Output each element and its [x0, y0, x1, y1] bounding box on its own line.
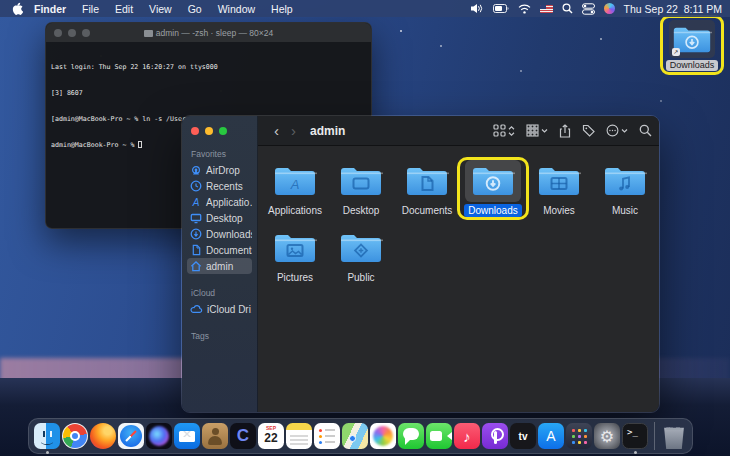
menu-view[interactable]: View — [141, 3, 180, 15]
folder-public[interactable]: Public — [328, 227, 394, 284]
dock-music-icon[interactable]: ♪ — [454, 423, 480, 449]
sidebar-item-desktop[interactable]: Desktop — [187, 210, 252, 226]
zoom-icon[interactable] — [219, 127, 227, 135]
dock-finder-icon[interactable] — [34, 423, 60, 449]
minimize-icon[interactable] — [205, 127, 213, 135]
terminal-title-bar[interactable]: admin — -zsh · sleep — 80×24 — [46, 23, 371, 42]
desktop-downloads-alias-highlight: ↗ Downloads — [660, 15, 724, 75]
cloud-icon — [190, 303, 203, 315]
alias-arrow-badge-icon: ↗ — [672, 48, 680, 56]
app-menus: Finder File Edit View Go Window Help — [26, 3, 301, 15]
sidebar-item-airdrop[interactable]: AirDrop — [187, 162, 252, 178]
dock-c-app-icon[interactable]: C — [230, 423, 256, 449]
folder-label: Public — [343, 271, 378, 284]
menu-bar-clock[interactable]: Thu Sep 22 8:11 PM — [624, 3, 722, 15]
applications-icon: A — [190, 196, 202, 208]
dock-maps-icon[interactable] — [342, 423, 368, 449]
downloads-folder-icon — [471, 164, 515, 198]
battery-icon[interactable] — [493, 4, 509, 13]
view-switcher-icon[interactable] — [493, 124, 515, 137]
music-note-glyph: ♪ — [454, 423, 480, 449]
dock-trash-icon[interactable] — [661, 423, 687, 449]
sidebar-item-recents[interactable]: Recents — [187, 178, 252, 194]
dock-safari-icon[interactable] — [118, 423, 144, 449]
home-icon — [190, 260, 202, 272]
sidebar-item-admin[interactable]: admin — [187, 258, 252, 274]
more-actions-icon[interactable] — [606, 124, 628, 137]
dock-appstore-icon[interactable]: A — [538, 423, 564, 449]
menu-go[interactable]: Go — [180, 3, 210, 15]
desktop-downloads-alias[interactable]: ↗ — [669, 20, 715, 58]
dock-podcasts-icon[interactable] — [482, 423, 508, 449]
wifi-icon[interactable] — [518, 4, 531, 14]
wallpaper-stars — [400, 30, 402, 32]
dock-firefox-icon[interactable] — [90, 423, 116, 449]
close-icon[interactable] — [191, 127, 199, 135]
dock-facetime-icon[interactable] — [426, 423, 452, 449]
folder-desktop[interactable]: Desktop — [328, 160, 394, 217]
back-icon[interactable]: ‹ — [268, 123, 285, 138]
dock-messages-icon[interactable] — [398, 423, 424, 449]
sidebar-item-documents[interactable]: Documents — [187, 242, 252, 258]
folder-downloads[interactable]: Downloads — [460, 160, 526, 217]
tag-icon[interactable] — [582, 124, 595, 137]
documents-folder-icon — [405, 164, 449, 198]
sidebar-item-downloads[interactable]: Downloads — [187, 226, 252, 242]
folder-pictures[interactable]: Pictures — [262, 227, 328, 284]
finder-toolbar: ‹ › admin — [258, 116, 660, 146]
dock-terminal-icon[interactable]: >_ — [622, 423, 648, 449]
dock-photos-icon[interactable] — [370, 423, 396, 449]
sidebar-item-icloud-drive[interactable]: iCloud Dri… — [187, 301, 252, 317]
terminal-window-title: admin — -zsh · sleep — 80×24 — [46, 28, 371, 38]
dock-contacts-icon[interactable] — [202, 423, 228, 449]
recents-clock-icon — [190, 180, 202, 192]
finder-traffic-lights[interactable] — [191, 127, 252, 135]
menu-help[interactable]: Help — [263, 3, 301, 15]
siri-icon[interactable] — [604, 3, 615, 14]
share-icon[interactable] — [559, 124, 571, 138]
dock-calendar-icon[interactable]: SEP22 — [258, 423, 284, 449]
group-by-icon[interactable] — [526, 124, 548, 137]
folder-music[interactable]: Music — [592, 160, 658, 217]
downloads-circle-icon — [190, 228, 202, 240]
sidebar-item-label: Downloads — [206, 228, 252, 241]
dock-notes-icon[interactable] — [286, 423, 312, 449]
volume-icon[interactable] — [470, 3, 484, 14]
desktop-icon-label: Downloads — [666, 60, 719, 71]
appstore-glyph: A — [538, 423, 564, 449]
folder-movies[interactable]: Movies — [526, 160, 592, 217]
dock-settings-icon[interactable]: ⚙ — [594, 423, 620, 449]
folder-label: Documents — [398, 204, 457, 217]
folder-label: Music — [608, 204, 642, 217]
menu-bar: Finder File Edit View Go Window Help Thu… — [0, 0, 730, 17]
folder-documents[interactable]: Documents — [394, 160, 460, 217]
gear-glyph: ⚙ — [594, 423, 620, 449]
folder-applications[interactable]: A Applications — [262, 160, 328, 217]
search-icon[interactable] — [639, 124, 652, 137]
finder-sidebar: Favorites AirDrop Recents A Applicatio… … — [182, 116, 258, 412]
spotlight-icon[interactable] — [562, 3, 573, 14]
terminal-cursor — [138, 141, 142, 148]
sidebar-item-label: Desktop — [206, 212, 243, 225]
dock-appletv-icon[interactable]: tv — [510, 423, 536, 449]
dock-mail-icon[interactable] — [174, 423, 200, 449]
menu-window[interactable]: Window — [210, 3, 263, 15]
sidebar-item-label: iCloud Dri… — [207, 303, 252, 316]
dock: C SEP22 ♪ tv A ⚙ >_ — [28, 418, 693, 454]
control-center-icon[interactable] — [582, 3, 595, 15]
calendar-day: 22 — [258, 431, 284, 445]
input-source-flag-icon[interactable] — [540, 5, 553, 13]
sidebar-item-applications[interactable]: A Applicatio… — [187, 194, 252, 210]
menu-file[interactable]: File — [74, 3, 107, 15]
menu-finder[interactable]: Finder — [26, 3, 74, 15]
dock-chrome-icon[interactable] — [62, 423, 88, 449]
menu-edit[interactable]: Edit — [107, 3, 141, 15]
finder-window[interactable]: Favorites AirDrop Recents A Applicatio… … — [181, 115, 660, 413]
dock-launchpad-icon[interactable] — [566, 423, 592, 449]
forward-icon[interactable]: › — [285, 123, 302, 138]
dock-reminders-icon[interactable] — [314, 423, 340, 449]
finder-content-area[interactable]: A Applications Desktop Documents Downloa… — [258, 146, 660, 412]
apple-icon — [12, 2, 23, 15]
dock-siri-icon[interactable] — [146, 423, 172, 449]
apple-menu[interactable] — [8, 2, 26, 15]
